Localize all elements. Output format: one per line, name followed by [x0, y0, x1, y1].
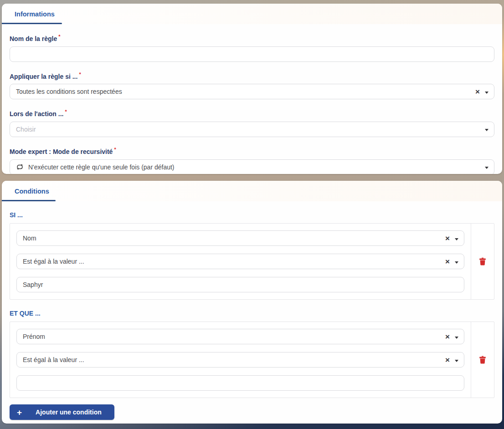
recursion-mode-selected-value: N'exécuter cette règle qu'une seule fois… [28, 163, 485, 171]
condition-operator-select[interactable]: Est égal à la valeur ... × [16, 254, 464, 269]
informations-card: Informations Nom de la règle* Appliquer … [2, 4, 502, 174]
required-asterisk: * [79, 72, 81, 77]
chevron-down-icon[interactable] [485, 92, 489, 94]
add-condition-label: Ajouter une condition [36, 409, 102, 416]
chevron-down-icon[interactable] [455, 238, 458, 240]
active-tab-underline [2, 200, 56, 201]
clear-icon[interactable]: × [445, 333, 450, 341]
rule-name-input[interactable] [10, 46, 494, 62]
apply-if-label: Appliquer la règle si ...* [10, 70, 494, 81]
chevron-down-icon[interactable] [455, 360, 458, 362]
clear-icon[interactable]: × [445, 356, 450, 364]
page-background: { "colors": { "accent_blue": "#2b4d9b", … [0, 0, 504, 429]
active-tab-underline [2, 23, 62, 24]
repeat-icon [16, 163, 24, 170]
clear-icon[interactable]: × [445, 258, 450, 266]
rule-name-label: Nom de la règle* [10, 32, 494, 43]
clear-icon[interactable]: × [475, 88, 480, 96]
plus-icon: + [17, 408, 22, 417]
condition-operator-value: Est égal à la valeur ... [23, 258, 445, 265]
required-asterisk: * [65, 109, 67, 114]
informations-tabbar: Informations [2, 4, 502, 24]
trash-icon[interactable] [479, 257, 486, 266]
condition-group-heading-et-que: ET QUE ... [10, 310, 494, 317]
apply-if-select[interactable]: Toutes les conditions sont respectées × [10, 84, 494, 99]
chevron-down-icon[interactable] [485, 167, 489, 169]
apply-if-selected-value: Toutes les conditions sont respectées [16, 88, 475, 95]
chevron-down-icon[interactable] [485, 129, 489, 131]
condition-group-et-que: Prénom × Est égal à la valeur ... × [10, 322, 494, 398]
recursion-mode-label: Mode expert : Mode de recursivité* [10, 145, 494, 156]
condition-field-select[interactable]: Prénom × [16, 329, 464, 344]
conditions-tabbar: Conditions [2, 181, 502, 201]
clear-icon[interactable]: × [445, 235, 450, 242]
condition-group-si: Nom × Est égal à la valeur ... × [10, 223, 494, 300]
condition-field-select[interactable]: Nom × [16, 230, 464, 246]
tab-conditions-label: Conditions [15, 188, 49, 195]
on-action-select[interactable]: Choisir [10, 122, 494, 137]
tab-informations[interactable]: Informations [15, 4, 55, 24]
required-asterisk: * [114, 147, 116, 152]
condition-value-input[interactable] [16, 375, 464, 391]
chevron-down-icon[interactable] [455, 337, 458, 339]
condition-field-value: Nom [23, 235, 445, 242]
trash-icon[interactable] [479, 356, 486, 364]
add-condition-button[interactable]: + Ajouter une condition [10, 404, 114, 420]
conditions-card: Conditions SI ... Nom × Est égal à la va… [2, 181, 502, 424]
tab-informations-label: Informations [15, 10, 55, 18]
conditions-form: SI ... Nom × Est égal à la valeur ... × [2, 211, 502, 420]
condition-value-input[interactable] [16, 277, 464, 292]
tab-conditions[interactable]: Conditions [15, 181, 49, 201]
informations-form: Nom de la règle* Appliquer la règle si .… [2, 32, 502, 174]
chevron-down-icon[interactable] [455, 261, 458, 264]
on-action-label: Lors de l'action ...* [10, 107, 494, 118]
required-asterisk: * [58, 34, 60, 39]
condition-operator-select[interactable]: Est égal à la valeur ... × [16, 352, 464, 368]
condition-field-value: Prénom [23, 333, 445, 340]
recursion-mode-select[interactable]: N'exécuter cette règle qu'une seule fois… [10, 159, 494, 174]
condition-group-heading-si: SI ... [10, 211, 494, 219]
condition-operator-value: Est égal à la valeur ... [23, 356, 445, 363]
on-action-placeholder: Choisir [16, 126, 485, 133]
